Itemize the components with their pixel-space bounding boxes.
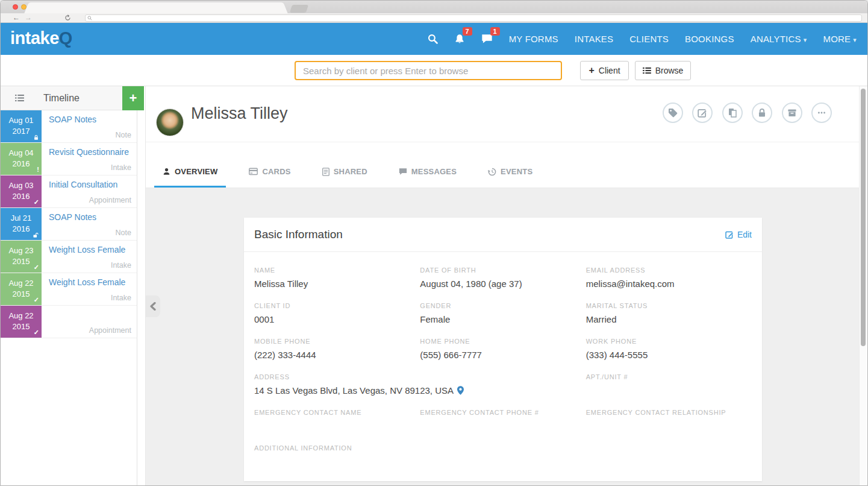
- timeline-item-type: Note: [116, 131, 131, 139]
- basic-info-grid: NAME Melissa Tilley DATE OF BIRTH August…: [244, 252, 762, 480]
- timeline-title: Timeline: [1, 86, 122, 110]
- nav-bookings[interactable]: BOOKINGS: [685, 34, 734, 44]
- field-emergency-contact-relationship: EMERGENCY CONTACT RELATIONSHIP: [586, 409, 752, 431]
- timeline-item-type: Appointment: [89, 326, 131, 335]
- more-icon[interactable]: [811, 103, 832, 123]
- check-icon: ✓: [34, 199, 39, 206]
- url-search-icon: [87, 16, 92, 21]
- tab-events[interactable]: EVENTS: [479, 167, 541, 188]
- field-home-phone: HOME PHONE (555) 666-7777: [420, 338, 585, 360]
- field-work-phone: WORK PHONE (333) 444-5555: [586, 338, 752, 360]
- timeline-item-title[interactable]: SOAP Notes: [49, 115, 96, 124]
- plus-icon: +: [589, 66, 594, 75]
- lock-icon[interactable]: [752, 103, 772, 123]
- nav-intakes[interactable]: INTAKES: [575, 34, 613, 44]
- nav-more[interactable]: MORE▾: [823, 34, 857, 44]
- card-title: Basic Information: [254, 228, 343, 241]
- document-icon: [322, 168, 329, 176]
- refresh-icon[interactable]: [64, 14, 71, 21]
- check-icon: ✓: [34, 264, 39, 271]
- new-tab-button[interactable]: [290, 5, 308, 13]
- timeline-item-type: Intake: [111, 163, 131, 172]
- tab-cards[interactable]: CARDS: [240, 167, 299, 188]
- duplicate-icon[interactable]: [722, 103, 743, 123]
- logo-q: Q: [59, 28, 72, 48]
- client-avatar[interactable]: [156, 109, 184, 136]
- field-emergency-contact-phone: EMERGENCY CONTACT PHONE #: [420, 409, 585, 431]
- exclamation-icon: !: [37, 166, 39, 173]
- nav-analytics[interactable]: ANALYTICS▾: [751, 34, 807, 44]
- scrollbar-thumb[interactable]: [861, 89, 866, 346]
- notifications-bell-icon[interactable]: 7: [454, 34, 465, 45]
- timeline-item-type: Note: [116, 229, 131, 237]
- edit-basic-info-link[interactable]: Edit: [725, 230, 752, 239]
- timeline-date-badge: Aug 232015 ✓: [1, 241, 42, 273]
- timeline-date-badge: Jul 212016: [1, 208, 42, 240]
- tab-messages[interactable]: MESSAGES: [390, 167, 465, 188]
- client-search-bar: +Client Browse: [1, 55, 867, 86]
- map-pin-icon[interactable]: [457, 386, 464, 395]
- timeline-header: Timeline +: [1, 86, 137, 110]
- timeline-row[interactable]: Aug 042016 ! Revisit Questionnaire Intak…: [1, 143, 137, 175]
- close-window-button[interactable]: [13, 4, 18, 10]
- browse-button[interactable]: Browse: [635, 61, 691, 80]
- add-client-button[interactable]: +Client: [580, 61, 629, 80]
- browser-toolbar: ← →: [1, 13, 867, 23]
- lock-icon: [33, 134, 39, 140]
- add-timeline-item-button[interactable]: +: [122, 86, 144, 110]
- collapse-sidebar-handle[interactable]: [145, 295, 160, 317]
- timeline-item-title[interactable]: Weight Loss Female: [49, 277, 125, 287]
- timeline-sidebar: Timeline + Aug 012017 SOAP Notes Note Au…: [1, 86, 137, 486]
- field-address: ADDRESS 14 S Las Vegas Blvd, Las Vegas, …: [254, 373, 586, 396]
- unlock-icon: [33, 232, 39, 238]
- scrollbar-track[interactable]: [859, 86, 867, 486]
- timeline-item-title[interactable]: SOAP Notes: [49, 212, 96, 222]
- chevron-down-icon: ▾: [853, 36, 857, 43]
- timeline-date-badge: Aug 042016 !: [1, 143, 42, 175]
- field-gender: GENDER Female: [420, 302, 585, 324]
- browser-window: ← → intakeQ 7 1 MY FORMS INTAKES CL: [0, 0, 868, 486]
- tag-icon[interactable]: [663, 103, 683, 123]
- edit-icon[interactable]: [692, 103, 713, 123]
- browser-tab[interactable]: [32, 2, 280, 13]
- messages-badge: 1: [490, 27, 500, 36]
- check-icon: ✓: [34, 329, 39, 336]
- timeline-date-badge: Aug 222015 ✓: [1, 306, 42, 338]
- timeline-item-type: Appointment: [89, 196, 131, 204]
- app-navbar: intakeQ 7 1 MY FORMS INTAKES CLIENTS BOO…: [1, 23, 867, 55]
- tab-overview[interactable]: OVERVIEW: [154, 167, 226, 188]
- chevron-down-icon: ▾: [804, 36, 807, 43]
- client-detail-panel: Melissa Tilley: [145, 86, 860, 486]
- archive-icon[interactable]: [782, 103, 802, 123]
- field-marital-status: MARITAL STATUS Married: [586, 302, 752, 324]
- intakeq-logo[interactable]: intakeQ: [10, 28, 72, 48]
- timeline-date-badge: Aug 032016 ✓: [1, 175, 42, 207]
- timeline-row[interactable]: Jul 212016 SOAP Notes Note: [1, 208, 137, 241]
- overview-tab-content: Basic Information Edit NAME Melissa Till…: [146, 188, 860, 486]
- notifications-badge: 7: [463, 27, 472, 36]
- timeline-item-title[interactable]: Weight Loss Female: [49, 245, 125, 254]
- timeline-item-title[interactable]: Revisit Questionnaire: [49, 147, 129, 157]
- timeline-item-type: Intake: [111, 261, 131, 270]
- search-icon[interactable]: [428, 34, 438, 44]
- field-date-of-birth: DATE OF BIRTH August 04, 1980 (age 37): [420, 267, 585, 289]
- chevron-left-icon: [149, 302, 157, 311]
- timeline-row[interactable]: Aug 032016 ✓ Initial Consultation Appoin…: [1, 175, 137, 208]
- client-tabs: OVERVIEW CARDS SHARED MESSAGES EVENTS: [146, 142, 860, 188]
- timeline-item-title[interactable]: Initial Consultation: [49, 180, 117, 189]
- timeline-item-type: Intake: [111, 294, 131, 302]
- tab-shared[interactable]: SHARED: [314, 167, 376, 188]
- forward-icon[interactable]: →: [25, 13, 32, 22]
- url-input[interactable]: [85, 14, 862, 22]
- timeline-row[interactable]: Aug 222015 ✓ Appointment: [1, 306, 137, 338]
- client-search-input[interactable]: [295, 61, 562, 80]
- back-icon[interactable]: ←: [13, 13, 20, 22]
- basic-information-card: Basic Information Edit NAME Melissa Till…: [244, 218, 762, 481]
- field-additional-information: ADDITIONAL INFORMATION: [254, 444, 752, 467]
- nav-my-forms[interactable]: MY FORMS: [509, 34, 558, 44]
- messages-bubble-icon[interactable]: 1: [481, 34, 493, 44]
- nav-clients[interactable]: CLIENTS: [629, 34, 669, 44]
- timeline-row[interactable]: Aug 012017 SOAP Notes Note: [1, 110, 137, 143]
- timeline-row[interactable]: Aug 222015 ✓ Weight Loss Female Intake: [1, 273, 137, 306]
- timeline-row[interactable]: Aug 232015 ✓ Weight Loss Female Intake: [1, 241, 137, 273]
